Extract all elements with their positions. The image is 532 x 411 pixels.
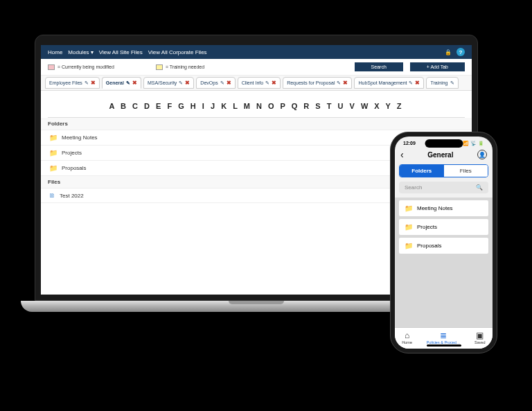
tabs-row: Employee Files✎✖ General✎✖ MSA/Security✎… <box>41 76 472 91</box>
back-button[interactable]: ‹ <box>400 149 404 160</box>
folder-icon: 📁 <box>49 149 57 157</box>
legend-modified: = Currently being modified <box>48 64 114 70</box>
search-input[interactable]: Search 🔍 <box>399 182 488 193</box>
toggle-folders[interactable]: Folders <box>400 165 444 177</box>
nav-home[interactable]: Home <box>48 49 62 55</box>
phone-viewport: 12:09 📶 📡 🔋 ‹ General 👤 Folders Files Se… <box>395 137 493 349</box>
nav-corporatefiles[interactable]: View All Corporate Files <box>148 49 207 55</box>
folders-files-toggle: Folders Files <box>399 164 488 177</box>
pencil-icon[interactable]: ✎ <box>450 80 454 86</box>
delete-icon[interactable]: ✖ <box>227 80 231 86</box>
profile-icon[interactable]: 👤 <box>477 150 487 159</box>
swatch-pink <box>48 64 55 70</box>
top-nav: Home Modules ▾ View All Site Files View … <box>41 45 472 59</box>
search-placeholder: Search <box>405 184 422 191</box>
pencil-icon[interactable]: ✎ <box>179 80 183 86</box>
add-tab-button[interactable]: + Add Tab <box>410 62 465 71</box>
delete-icon[interactable]: ✖ <box>91 80 96 86</box>
folder-icon: 📁 <box>405 242 413 250</box>
legend-modified-label: = Currently being modified <box>57 64 114 69</box>
search-button[interactable]: Search <box>355 62 403 71</box>
delete-icon[interactable]: ✖ <box>415 80 420 86</box>
status-time: 12:09 <box>403 141 416 146</box>
phone-notch <box>425 139 463 148</box>
pencil-icon[interactable]: ✎ <box>126 80 130 86</box>
legend-training-label: = Training needed <box>166 64 204 69</box>
tab-training[interactable]: Training✎ <box>426 77 458 89</box>
top-nav-actions: 🔒 ? <box>444 48 465 56</box>
file-icon: 🗎 <box>49 192 55 199</box>
legend-row: = Currently being modified = Training ne… <box>41 59 472 76</box>
laptop-hinge-notch <box>229 301 284 304</box>
list-icon: ≣ <box>427 331 461 340</box>
delete-icon[interactable]: ✖ <box>132 80 137 86</box>
pencil-icon[interactable]: ✎ <box>265 80 269 86</box>
phone-folder-row[interactable]: 📁Meeting Notes <box>399 200 488 216</box>
phone-folder-row[interactable]: 📁Projects <box>399 219 488 235</box>
phone-folder-row[interactable]: 📁Proposals <box>399 238 488 254</box>
tab-general[interactable]: General✎✖ <box>102 77 141 89</box>
tab-employee-files[interactable]: Employee Files✎✖ <box>45 77 100 89</box>
search-icon: 🔍 <box>476 184 483 191</box>
tab-client-info[interactable]: Client Info✎✖ <box>238 77 281 89</box>
legend-buttons: Search + Add Tab <box>355 62 465 71</box>
home-icon: ⌂ <box>402 331 412 340</box>
folder-icon: 📁 <box>405 223 413 231</box>
tab-hubspot[interactable]: HubSpot Management✎✖ <box>354 77 424 89</box>
nav-modules[interactable]: Modules ▾ <box>68 49 93 55</box>
pencil-icon[interactable]: ✎ <box>409 80 413 86</box>
pencil-icon[interactable]: ✎ <box>220 80 224 86</box>
folder-icon: 📁 <box>49 164 57 172</box>
tab-rfp[interactable]: Requests for Proposal✎✖ <box>283 77 352 89</box>
folder-icon: 📁 <box>405 204 413 212</box>
phone-body <box>395 256 493 327</box>
tab-devops[interactable]: DevOps✎✖ <box>196 77 235 89</box>
top-nav-links: Home Modules ▾ View All Site Files View … <box>48 49 207 55</box>
phone-frame: 12:09 📶 📡 🔋 ‹ General 👤 Folders Files Se… <box>390 132 497 353</box>
pencil-icon[interactable]: ✎ <box>337 80 341 86</box>
toggle-files[interactable]: Files <box>444 165 488 177</box>
delete-icon[interactable]: ✖ <box>272 80 276 86</box>
delete-icon[interactable]: ✖ <box>185 80 190 86</box>
tabbar-saved[interactable]: ▣Saved <box>475 331 486 344</box>
home-indicator <box>427 344 461 347</box>
phone-title: General <box>427 151 453 159</box>
tabbar-home[interactable]: ⌂Home <box>402 331 412 344</box>
phone-header: ‹ General 👤 <box>395 148 493 164</box>
tab-msa-security[interactable]: MSA/Security✎✖ <box>143 77 194 89</box>
help-icon[interactable]: ? <box>456 48 465 56</box>
swatch-yellow <box>156 64 163 70</box>
legend-training: = Training needed <box>156 64 204 70</box>
status-icons: 📶 📡 🔋 <box>463 141 484 146</box>
saved-icon: ▣ <box>475 331 486 340</box>
alpha-index[interactable]: A B C D E F G H I J K L M N O P Q R S T … <box>41 91 472 117</box>
pencil-icon[interactable]: ✎ <box>85 80 89 86</box>
folders-section-header: Folders <box>41 118 472 130</box>
lock-icon[interactable]: 🔒 <box>444 48 452 56</box>
nav-sitefiles[interactable]: View All Site Files <box>99 49 143 55</box>
tabbar-policies[interactable]: ≣Policies & Proced… <box>427 331 461 344</box>
folder-icon: 📁 <box>49 134 57 141</box>
delete-icon[interactable]: ✖ <box>343 80 348 86</box>
